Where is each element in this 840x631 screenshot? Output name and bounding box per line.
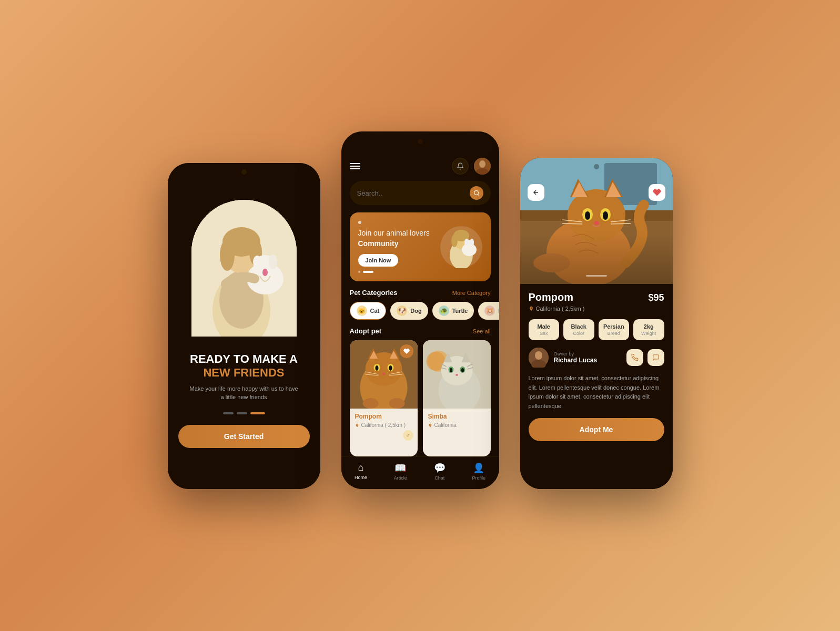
back-button[interactable] — [528, 184, 544, 201]
search-bar — [350, 181, 491, 205]
notification-button[interactable] — [452, 158, 469, 175]
detail-description: Lorem ipsum dolor sit amet, consectetur … — [529, 374, 664, 411]
banner-dot-1 — [358, 271, 360, 273]
get-started-button[interactable]: Get Started — [178, 425, 310, 448]
svg-point-24 — [470, 239, 474, 245]
phone-camera-2 — [418, 139, 423, 144]
svg-point-15 — [474, 191, 478, 195]
detail-pet-name: Pompom — [529, 291, 574, 303]
favorite-pompom-button[interactable] — [400, 344, 413, 358]
detail-location-text: California ( 2,5km ) — [536, 306, 585, 312]
detail-hero-overlay — [520, 158, 673, 284]
adopt-section-header: Adopt pet See all — [341, 327, 499, 340]
banner-dot — [358, 221, 361, 224]
attr-sex-value: Male — [538, 323, 550, 330]
detail-screen: Pompom $95 California ( 2,5km ) Male Sex… — [520, 158, 673, 489]
banner-title: Join our animal lovers Community — [358, 228, 440, 249]
banner-image — [440, 226, 482, 268]
svg-point-10 — [269, 255, 277, 269]
svg-point-35 — [389, 365, 392, 371]
detail-favorite-button[interactable] — [649, 184, 665, 201]
banner-dot-active — [363, 271, 373, 273]
pet-location-simba: California — [428, 422, 485, 428]
attr-sex-label: Sex — [540, 331, 548, 336]
svg-point-80 — [535, 351, 542, 360]
splash-subtitle: Make your life more happy with us to hav… — [178, 384, 310, 402]
pet-card-info-simba: Simba California — [423, 409, 491, 432]
search-input[interactable] — [357, 189, 465, 197]
nav-chat[interactable]: 💬 Chat — [434, 462, 446, 481]
svg-point-52 — [450, 368, 452, 372]
category-cat[interactable]: 🐱 Cat — [350, 302, 387, 320]
pet-location-text-simba: California — [434, 422, 457, 428]
attr-color: Black Color — [563, 319, 594, 340]
svg-point-54 — [456, 374, 458, 376]
phone-camera — [241, 169, 247, 175]
pet-location-pompom: California ( 2,5km ) — [355, 422, 412, 428]
message-button[interactable] — [647, 349, 664, 366]
join-now-button[interactable]: Join Now — [358, 254, 399, 267]
attr-breed-value: Persian — [603, 323, 624, 330]
attr-weight-value: 2kg — [644, 323, 654, 330]
attr-weight: 2kg Weight — [633, 319, 664, 340]
location-icon-2 — [428, 423, 432, 428]
category-hams[interactable]: 🐹 Hams — [478, 302, 499, 320]
pet-card-image-simba — [423, 340, 491, 409]
owner-name: Richard Lucas — [554, 357, 621, 364]
profile-icon: 👤 — [473, 462, 484, 474]
bottom-nav: ⌂ Home 📖 Article 💬 Chat 👤 Profile — [341, 456, 499, 489]
nav-article[interactable]: 📖 Article — [394, 462, 407, 481]
attr-sex: Male Sex — [529, 319, 560, 340]
attr-breed-label: Breed — [608, 331, 620, 336]
svg-point-5 — [220, 239, 235, 271]
detail-attributes: Male Sex Black Color Persian Breed 2kg W… — [529, 319, 664, 340]
pet-location-text-pompom: California ( 2,5km ) — [361, 422, 406, 428]
pet-card-image-pompom — [350, 340, 418, 409]
owner-avatar — [529, 348, 549, 368]
nav-home[interactable]: ⌂ Home — [355, 462, 367, 481]
user-avatar[interactable] — [474, 158, 491, 175]
progress-dots — [223, 412, 265, 414]
see-all-link[interactable]: See all — [473, 328, 491, 334]
svg-point-13 — [479, 160, 485, 168]
cat-icon: 🐱 — [357, 306, 367, 316]
menu-button[interactable] — [350, 163, 360, 169]
svg-point-53 — [461, 368, 464, 372]
dot-1 — [223, 412, 234, 414]
home-icon: ⌂ — [358, 462, 363, 473]
svg-point-42 — [389, 398, 404, 409]
owner-by-label: Owner by — [554, 351, 621, 357]
splash-hero-image — [191, 200, 297, 337]
nav-profile-label: Profile — [472, 475, 486, 481]
call-button[interactable] — [626, 349, 643, 366]
search-button[interactable] — [470, 186, 483, 200]
detail-name-row: Pompom $95 — [529, 291, 664, 303]
category-turtle[interactable]: 🐢 Turtle — [432, 302, 474, 320]
more-categories-link[interactable]: More Category — [452, 290, 491, 296]
nav-home-label: Home — [355, 475, 367, 480]
pet-name-simba: Simba — [428, 413, 485, 420]
detail-location: California ( 2,5km ) — [529, 306, 664, 312]
dot-2 — [237, 412, 247, 414]
adopt-section: Adopt pet See all — [341, 327, 499, 456]
pet-card-pompom[interactable]: Pompom California ( 2,5km ) ♂ — [350, 340, 418, 456]
nav-article-label: Article — [394, 475, 407, 481]
pet-card-info-pompom: Pompom California ( 2,5km ) — [350, 409, 418, 432]
location-icon — [355, 423, 359, 428]
category-dog[interactable]: 🐶 Dog — [390, 302, 428, 320]
attr-weight-label: Weight — [641, 331, 656, 336]
attr-color-value: Black — [571, 323, 586, 330]
adopt-title: Adopt pet — [350, 327, 382, 335]
adopt-me-button[interactable]: Adopt Me — [529, 418, 664, 441]
owner-info: Owner by Richard Lucas — [554, 351, 621, 364]
attr-color-label: Color — [573, 331, 584, 336]
hero-swipe-bar — [586, 275, 607, 277]
pet-cards-row: Pompom California ( 2,5km ) ♂ — [341, 340, 499, 456]
splash-title: READY TO MAKE A NEW FRIENDS — [190, 352, 298, 380]
banner-dots — [358, 271, 440, 273]
categories-row: 🐱 Cat 🐶 Dog 🐢 Turtle 🐹 Hams — [341, 302, 499, 327]
pet-card-simba[interactable]: Simba California — [423, 340, 491, 456]
nav-profile[interactable]: 👤 Profile — [472, 462, 486, 481]
dog-icon: 🐶 — [397, 306, 407, 316]
svg-point-11 — [262, 269, 268, 276]
